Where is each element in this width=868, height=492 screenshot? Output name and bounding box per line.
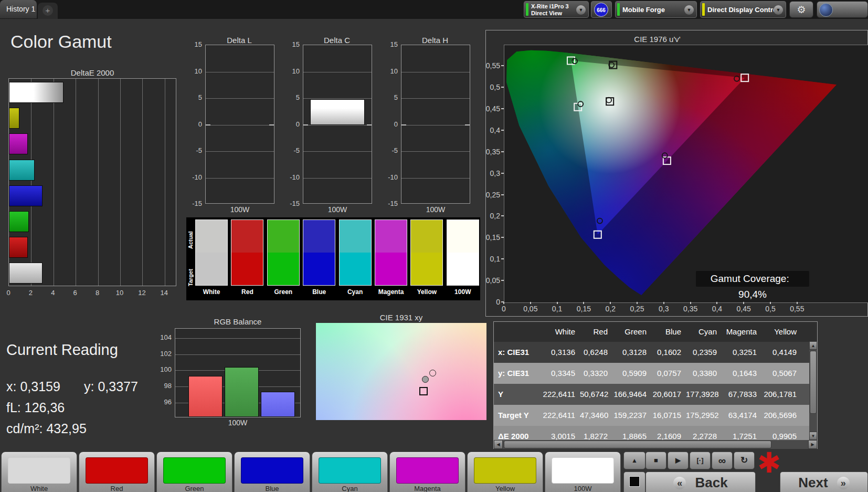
pattern-button-Cyan[interactable]: Cyan xyxy=(312,452,388,492)
pattern-button-Yellow[interactable]: Yellow xyxy=(467,452,543,492)
refresh-button[interactable]: ↻ xyxy=(734,452,755,469)
tray-up-button[interactable]: ▲ xyxy=(623,452,645,469)
row-label: y: CIE31 xyxy=(494,363,542,384)
pattern-button-100W[interactable]: 100W xyxy=(545,452,621,492)
delta_c-x-label: 100W xyxy=(303,205,372,214)
gridline xyxy=(54,79,54,286)
swatch-target-Red xyxy=(231,253,263,285)
rgb-y-tick: 100 xyxy=(155,365,172,373)
table-hscroll-thumb[interactable] xyxy=(504,441,771,448)
swatch-target-100W xyxy=(447,253,479,285)
uv-x-tick: 0,2 xyxy=(599,305,622,313)
gridline xyxy=(303,125,372,125)
add-tab-button[interactable]: + xyxy=(38,3,58,19)
pattern-button-Red[interactable]: Red xyxy=(79,452,155,492)
table-cell: 0,4149 xyxy=(761,342,801,363)
scroll-down-icon[interactable]: ▼ xyxy=(809,432,817,440)
pattern-button-White[interactable]: White xyxy=(1,452,77,492)
table-cell: 166,9464 xyxy=(612,384,651,405)
back-button[interactable]: « Back xyxy=(645,472,756,492)
display-control-dropdown[interactable]: Direct Display Control ▼ xyxy=(700,1,786,18)
play-button[interactable]: ▶ xyxy=(668,452,689,469)
table-cell: 0,3380 xyxy=(686,363,722,384)
rgb-y-tick: 96 xyxy=(155,398,172,406)
delta_l-y-tick: 10 xyxy=(184,67,202,75)
next-button[interactable]: Next » xyxy=(780,472,868,492)
deltae2000-chart xyxy=(8,78,176,286)
page-title: Color Gamut xyxy=(10,32,112,52)
pattern-button-Green[interactable]: Green xyxy=(156,452,232,492)
chevron-down-icon[interactable]: ▼ xyxy=(774,5,783,15)
pattern-chip-Blue xyxy=(241,457,303,484)
column-header-Cyan: Cyan xyxy=(686,322,722,342)
chevron-down-icon[interactable]: ▼ xyxy=(576,5,586,15)
scroll-up-icon[interactable]: ▲ xyxy=(809,341,817,350)
swatch-label: Magenta xyxy=(374,288,408,296)
gridline xyxy=(98,79,99,286)
tab-history-1[interactable]: History 1 xyxy=(0,0,37,18)
table-cell: 0,1602 xyxy=(651,342,686,363)
range-button[interactable]: [·] xyxy=(690,452,711,469)
pattern-button-Blue[interactable]: Blue xyxy=(234,452,310,492)
tick-mark xyxy=(501,87,504,88)
tick-mark xyxy=(583,302,584,304)
table-cell: 20,6017 xyxy=(651,384,686,405)
scroll-left-icon[interactable]: ◀ xyxy=(494,440,503,449)
delta_c-y-tick: 10 xyxy=(282,67,300,75)
column-header-Yellow: Yellow xyxy=(761,322,801,342)
pattern-button-Magenta[interactable]: Magenta xyxy=(389,452,465,492)
uv-y-tick: 0,35 xyxy=(476,148,500,156)
table-cell: 222,6411 xyxy=(542,405,580,426)
meter-count-badge: 666 xyxy=(594,3,608,17)
pattern-chip-Yellow xyxy=(474,457,536,484)
uv-x-tick: 0,45 xyxy=(732,305,755,313)
deltae-bar-Red xyxy=(9,237,28,258)
chevron-down-icon[interactable]: ▼ xyxy=(684,5,694,15)
source-device-dropdown[interactable]: Mobile Forge ▼ xyxy=(615,1,697,18)
table-cell: 0,3345 xyxy=(542,363,580,384)
swatch-label: Red xyxy=(230,288,264,296)
help-button-partial[interactable] xyxy=(817,1,868,18)
table-cell: 159,2237 xyxy=(612,405,651,426)
table-cell: 177,3928 xyxy=(686,384,722,405)
table-cell: 0,3136 xyxy=(542,342,580,363)
uv-y-tick: 0,1 xyxy=(476,255,500,263)
column-header-White: White xyxy=(542,322,580,342)
column-header-Red: Red xyxy=(580,322,612,342)
gamut-coverage-label: Gamut Coverage: xyxy=(711,273,789,284)
chevron-right-icon: » xyxy=(837,477,850,489)
column-header-1: 1 xyxy=(801,322,818,342)
pattern-label: Red xyxy=(79,485,154,492)
plus-icon: + xyxy=(43,5,53,16)
rgb-bar-Green xyxy=(225,367,259,417)
meter-device-line2: Direct View xyxy=(531,10,569,17)
delta_l-y-tick: -10 xyxy=(184,173,202,181)
gamut-coverage-readout: Gamut Coverage: 90,4% xyxy=(696,271,809,287)
display-control-status-stripe xyxy=(702,3,705,16)
meter-device-dropdown[interactable]: X-Rite i1Pro 3 Direct View ▼ xyxy=(524,1,589,18)
loop-button[interactable]: ∞ xyxy=(712,452,733,469)
table-cell: 0,3251 xyxy=(722,342,761,363)
delta_l-y-tick: 15 xyxy=(184,40,202,48)
delta_c-y-tick: -15 xyxy=(282,200,300,207)
tick-mark xyxy=(501,130,504,131)
settings-button[interactable]: ⚙ xyxy=(789,1,813,18)
uv-y-tick: 0,3 xyxy=(476,169,500,177)
zero-tick xyxy=(401,124,406,125)
scroll-right-icon[interactable]: ▶ xyxy=(808,440,817,449)
table-row-y: CIE31: y: CIE310,33450,33200,59090,07570,33800,… xyxy=(494,363,818,384)
stop-button[interactable]: ■ xyxy=(645,452,666,469)
tick-mark xyxy=(557,302,558,304)
gridline xyxy=(401,98,470,99)
tick-mark xyxy=(690,302,691,304)
tick-mark xyxy=(501,237,504,238)
delta_h-title: Delta H xyxy=(383,36,488,45)
next-button-label: Next xyxy=(798,475,828,490)
delta_h-y-tick: -15 xyxy=(380,200,398,207)
cie1931-title: CIE 1931 xy xyxy=(316,313,486,322)
pattern-chip-Cyan xyxy=(319,457,381,484)
swatch-actual-100W xyxy=(447,220,479,253)
pattern-window-button[interactable] xyxy=(623,472,645,492)
pattern-label: 100W xyxy=(545,485,620,492)
table-vscroll-thumb[interactable] xyxy=(810,351,817,414)
